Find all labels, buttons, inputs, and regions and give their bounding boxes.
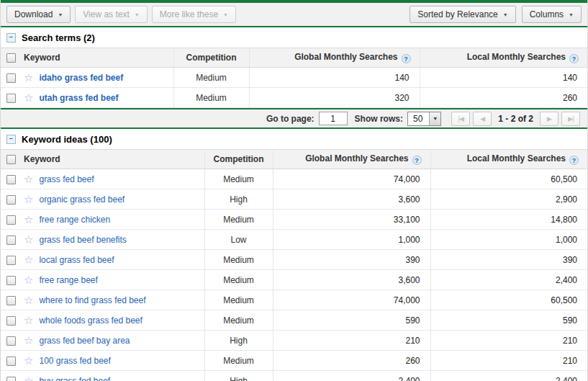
- keyword-link[interactable]: free range chicken: [39, 215, 110, 225]
- row-checkbox[interactable]: [6, 316, 16, 326]
- star-icon[interactable]: ☆: [24, 354, 33, 367]
- keyword-link[interactable]: grass fed beef benefits: [39, 235, 126, 245]
- competition-value: High: [204, 189, 273, 210]
- keyword-link[interactable]: grass fed beef bay area: [39, 336, 130, 346]
- local-searches-value: 2,400: [430, 270, 587, 290]
- competition-value: Medium: [204, 169, 273, 189]
- row-checkbox[interactable]: [6, 296, 16, 305]
- more-like-these-button-label: More like these: [160, 9, 218, 19]
- row-checkbox[interactable]: [6, 94, 16, 103]
- next-page-button[interactable]: ▶: [540, 112, 558, 126]
- keyword-ideas-section-title: Keyword ideas (100): [22, 134, 112, 145]
- keyword-link[interactable]: organic grass fed beef: [39, 194, 125, 205]
- competition-value: Medium: [204, 270, 273, 290]
- chevron-down-icon: ▼: [223, 12, 228, 17]
- chevron-down-icon: ▼: [569, 12, 574, 17]
- keyword-link[interactable]: whole foods grass fed beef: [39, 315, 142, 326]
- star-icon[interactable]: ☆: [24, 193, 33, 205]
- star-icon[interactable]: ☆: [24, 294, 33, 306]
- help-icon[interactable]: ?: [402, 54, 411, 63]
- page-number-input[interactable]: [319, 112, 348, 125]
- view-as-text-button-label: View as text: [83, 9, 129, 19]
- star-icon[interactable]: ☆: [24, 233, 33, 246]
- star-icon[interactable]: ☆: [24, 314, 33, 326]
- global-searches-value: 260: [273, 351, 430, 371]
- help-icon[interactable]: ?: [412, 156, 422, 165]
- chevron-down-icon: ▼: [503, 12, 508, 17]
- row-checkbox[interactable]: [6, 175, 16, 184]
- global-searches-column-header: Global Monthly Searches?: [273, 150, 430, 169]
- help-icon[interactable]: ?: [569, 54, 579, 63]
- row-checkbox[interactable]: [6, 195, 16, 205]
- help-icon[interactable]: ?: [569, 156, 579, 165]
- table-row: ☆where to find grass fed beef Medium 74,…: [1, 290, 587, 310]
- keyword-ideas-header-row: Keyword Competition Global Monthly Searc…: [1, 150, 587, 169]
- star-icon[interactable]: ☆: [24, 173, 33, 185]
- row-checkbox[interactable]: [6, 377, 16, 381]
- local-searches-column-header: Local Monthly Searches?: [430, 150, 587, 169]
- keyword-link[interactable]: free range beef: [39, 275, 97, 285]
- keyword-link[interactable]: where to find grass fed beef: [39, 295, 145, 305]
- table-row: ☆buy grass fed beef High 2,400 2,400: [1, 371, 587, 381]
- results-toolbar: Download ▼ View as text ▼ More like thes…: [1, 3, 587, 27]
- global-searches-value: 3,600: [273, 189, 430, 210]
- row-checkbox[interactable]: [6, 357, 16, 366]
- keyword-link[interactable]: utah grass fed beef: [39, 93, 118, 103]
- global-searches-value: 590: [273, 310, 430, 331]
- local-searches-column-header: Local Monthly Searches?: [420, 48, 587, 68]
- last-page-button[interactable]: ▶|: [561, 112, 580, 126]
- competition-value: Medium: [204, 290, 273, 310]
- global-searches-value: 74,000: [273, 169, 430, 189]
- local-searches-value: 590: [430, 310, 587, 331]
- global-searches-column-header: Global Monthly Searches?: [249, 48, 420, 68]
- select-all-checkbox[interactable]: [6, 53, 16, 63]
- keyword-link[interactable]: grass fed beef: [39, 174, 94, 184]
- star-icon[interactable]: ☆: [24, 274, 33, 286]
- competition-value: Medium: [204, 250, 273, 270]
- competition-value: Medium: [204, 310, 273, 331]
- keyword-link[interactable]: buy grass fed beef: [39, 376, 110, 381]
- local-searches-value: 210: [430, 331, 587, 351]
- row-checkbox[interactable]: [6, 276, 16, 285]
- keyword-ideas-table: Keyword Competition Global Monthly Searc…: [1, 149, 587, 381]
- keyword-link[interactable]: idaho grass fed beef: [39, 73, 123, 83]
- star-icon[interactable]: ☆: [24, 375, 33, 381]
- table-row: ☆free range beef Medium 3,600 2,400: [1, 270, 587, 290]
- competition-value: Medium: [204, 351, 273, 371]
- table-row: ☆whole foods grass fed beef Medium 590 5…: [1, 310, 587, 331]
- star-icon[interactable]: ☆: [24, 213, 33, 225]
- table-row: ☆idaho grass fed beef Medium 140 140: [1, 68, 587, 88]
- keyword-link[interactable]: local grass fed beef: [39, 255, 114, 265]
- star-icon[interactable]: ☆: [24, 91, 33, 104]
- show-rows-select[interactable]: 50 ▼: [407, 112, 441, 126]
- download-button[interactable]: Download ▼: [6, 6, 71, 23]
- search-terms-section-title: Search terms (2): [22, 32, 95, 43]
- more-like-these-button[interactable]: More like these ▼: [152, 6, 236, 23]
- star-icon[interactable]: ☆: [24, 254, 33, 266]
- competition-value: High: [204, 371, 273, 381]
- star-icon[interactable]: ☆: [24, 71, 33, 84]
- chevron-down-icon: ▼: [429, 112, 440, 125]
- row-checkbox[interactable]: [6, 215, 16, 225]
- collapse-minus-icon[interactable]: −: [6, 135, 16, 144]
- first-page-button[interactable]: |◀: [451, 112, 470, 126]
- pagination-bar: Go to page: Show rows: 50 ▼ |◀ ◀ 1 - 2 o…: [1, 109, 587, 129]
- competition-value: Medium: [204, 210, 273, 230]
- table-row: ☆grass fed beef benefits Low 1,000 1,000: [1, 230, 587, 250]
- local-searches-value: 260: [420, 88, 587, 108]
- view-as-text-button[interactable]: View as text ▼: [75, 6, 147, 23]
- keyword-link[interactable]: 100 grass fed beef: [39, 356, 110, 366]
- select-all-checkbox[interactable]: [6, 155, 16, 164]
- row-checkbox[interactable]: [6, 336, 16, 346]
- collapse-minus-icon[interactable]: −: [6, 33, 16, 42]
- global-searches-value: 320: [249, 88, 420, 108]
- row-checkbox[interactable]: [6, 236, 16, 245]
- row-checkbox[interactable]: [6, 73, 16, 83]
- global-searches-header-label: Global Monthly Searches: [294, 52, 397, 62]
- columns-button[interactable]: Columns ▼: [522, 6, 582, 23]
- row-checkbox[interactable]: [6, 256, 16, 265]
- sorted-by-relevance-button[interactable]: Sorted by Relevance ▼: [410, 6, 515, 23]
- star-icon[interactable]: ☆: [24, 334, 33, 346]
- previous-page-button[interactable]: ◀: [473, 112, 492, 126]
- show-rows-selected-value: 50: [408, 112, 429, 125]
